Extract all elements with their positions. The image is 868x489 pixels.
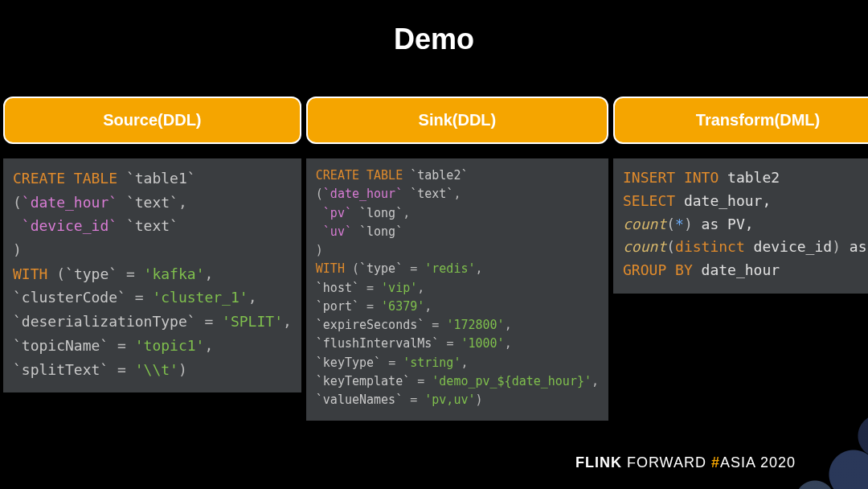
alias: as PV, (693, 216, 754, 232)
p: ( (666, 238, 675, 255)
footer-branding: FLINK FORWARD #ASIA 2020 (575, 454, 796, 471)
opt-k: `deserializationType` (13, 313, 196, 330)
opt-v: 'string' (403, 355, 461, 370)
opt-k: `splitText` (13, 361, 108, 378)
transform-code: INSERT INTO table2 SELECT date_hour, cou… (613, 158, 868, 294)
source-header: Source(DDL) (3, 97, 301, 144)
p: ( (666, 216, 675, 232)
opt-v: '1000' (461, 336, 504, 351)
source-code: CREATE TABLE `table1` (`date_hour` `text… (3, 158, 301, 392)
tbl-name: `table1` (126, 170, 196, 187)
kw-with: WITH (13, 265, 47, 282)
col-n: `pv` (323, 206, 352, 220)
fn-count: count (623, 238, 666, 255)
fn-count: count (623, 216, 666, 232)
opt-v: 'vip' (381, 281, 417, 295)
p: ) (684, 216, 693, 232)
kw-with: WITH (316, 261, 345, 276)
col: date_hour, (684, 192, 771, 209)
opt-k: `port` (316, 299, 359, 314)
opt-v: '\\t' (135, 361, 178, 378)
sink-header: Sink(DDL) (306, 97, 608, 144)
transform-column: Transform(DML) INSERT INTO table2 SELECT… (613, 97, 868, 421)
kw-groupby: GROUP BY (623, 261, 693, 278)
opt-v: 'cluster_1' (152, 289, 248, 306)
footer-hash: # (711, 454, 720, 471)
tbl-name: `table2` (410, 168, 468, 183)
col-t: `long` (359, 206, 403, 220)
col-t: `long` (359, 224, 403, 239)
opt-v: 'kafka' (144, 265, 205, 282)
opt-k: `valueNames` (316, 392, 403, 407)
opt-v: 'topic1' (135, 337, 205, 354)
opt-v: 'pv,uv' (424, 392, 475, 407)
kw-insert: INSERT INTO (623, 169, 719, 186)
footer-forward: FORWARD (627, 454, 711, 471)
opt-k: `host` (316, 281, 359, 295)
opt-k: `clusterCode` (13, 289, 126, 306)
opt-k: `flushIntervalMs` (316, 336, 440, 351)
col-date-hour: `date_hour` (22, 194, 117, 211)
transform-header: Transform(DML) (613, 97, 868, 144)
columns-container: Source(DDL) CREATE TABLE `table1` (`date… (0, 97, 868, 421)
opt-v: 'SPLIT' (222, 313, 283, 330)
col-t: `text` (410, 187, 453, 201)
star: * (675, 216, 684, 232)
kw-select: SELECT (623, 192, 675, 209)
col-type: `text` (126, 194, 178, 211)
alias: as uv (841, 238, 868, 255)
opt-v: 'redis' (424, 261, 475, 276)
col-n: `date_hour` (323, 187, 403, 201)
p: ) (832, 238, 841, 255)
opt-k: `type` (65, 265, 117, 282)
sink-code: CREATE TABLE `table2` (`date_hour` `text… (306, 158, 608, 421)
footer-asia: ASIA 2020 (720, 454, 796, 471)
tbl: table2 (727, 169, 780, 186)
sink-column: Sink(DDL) CREATE TABLE `table2` (`date_h… (306, 97, 608, 421)
col: device_id (745, 238, 832, 255)
footer-flink: FLINK (575, 454, 622, 471)
page-title: Demo (0, 0, 868, 97)
opt-k: `expireSeconds` (316, 318, 424, 332)
opt-k: `type` (359, 261, 403, 276)
opt-v: 'demo_pv_${date_hour}' (432, 374, 592, 388)
opt-v: '172800' (446, 318, 504, 332)
kw-create: CREATE TABLE (316, 168, 403, 183)
kw-distinct: distinct (675, 238, 745, 255)
opt-v: '6379' (381, 299, 424, 314)
opt-k: `keyType` (316, 355, 381, 370)
source-column: Source(DDL) CREATE TABLE `table1` (`date… (3, 97, 301, 421)
kw-create: CREATE TABLE (13, 170, 117, 187)
col-n: `uv` (323, 224, 352, 239)
opt-k: `keyTemplate` (316, 374, 410, 388)
col-type: `text` (126, 217, 178, 234)
opt-k: `topicName` (13, 337, 108, 354)
col-device-id: `device_id` (22, 217, 117, 234)
col: date_hour (702, 261, 780, 278)
